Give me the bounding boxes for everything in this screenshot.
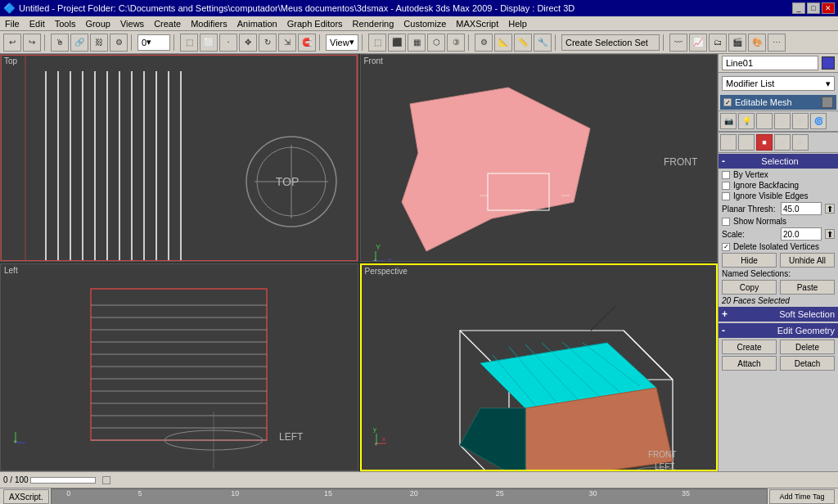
section-soft-selection[interactable]: + Soft Selection bbox=[719, 307, 838, 322]
tb-select-region[interactable]: ⬜ bbox=[200, 34, 218, 52]
tb-layers[interactable]: 🗂 bbox=[709, 34, 727, 52]
by-vertex-row: By Vertex bbox=[719, 169, 838, 180]
scale-input[interactable] bbox=[781, 227, 822, 241]
section-edit-geometry[interactable]: - Edit Geometry bbox=[719, 323, 838, 338]
rp-icon-sel5[interactable]: ⬟ bbox=[792, 134, 809, 151]
ignore-backfacing-checkbox[interactable] bbox=[722, 182, 730, 190]
show-normals-checkbox[interactable] bbox=[722, 218, 730, 226]
tb-render[interactable]: 🎬 bbox=[728, 34, 746, 52]
tb-lasso[interactable]: ⬝ bbox=[219, 34, 237, 52]
tb-icon3[interactable]: ▦ bbox=[408, 34, 426, 52]
title-text: Untitled - Project Folder: C:\Documents … bbox=[19, 3, 574, 13]
paste-button[interactable]: Paste bbox=[780, 280, 835, 295]
scale-spin[interactable]: ⬆ bbox=[825, 229, 835, 239]
detach-button[interactable]: Detach bbox=[780, 356, 835, 371]
menu-customize[interactable]: Customize bbox=[399, 16, 451, 30]
rp-icon-light[interactable]: 💡 bbox=[738, 113, 755, 129]
menu-animation[interactable]: Animation bbox=[232, 16, 282, 30]
tb-unlink[interactable]: ⛓ bbox=[90, 34, 108, 52]
menu-rendering[interactable]: Rendering bbox=[348, 16, 399, 30]
viewport-perspective[interactable]: Perspective bbox=[360, 263, 719, 471]
maximize-button[interactable]: □ bbox=[807, 2, 820, 14]
svg-text:FRONT: FRONT bbox=[664, 156, 698, 168]
tb-icon1[interactable]: ⬚ bbox=[368, 34, 386, 52]
object-color-box[interactable] bbox=[822, 56, 835, 70]
tb-snap[interactable]: 🧲 bbox=[298, 34, 316, 52]
modifier-color[interactable] bbox=[822, 97, 833, 108]
rp-icon-sel4[interactable]: ◈ bbox=[774, 134, 791, 151]
minimize-button[interactable]: _ bbox=[792, 2, 805, 14]
tb-graph[interactable]: 📈 bbox=[689, 34, 707, 52]
viewport-top[interactable]: Top bbox=[0, 54, 358, 262]
tb-icon2[interactable]: ⬛ bbox=[388, 34, 406, 52]
tb-select-obj[interactable]: ⬚ bbox=[180, 34, 198, 52]
tb-icon9[interactable]: 🔧 bbox=[534, 34, 552, 52]
tb-curve[interactable]: 〰 bbox=[669, 34, 687, 52]
menu-tools[interactable]: Tools bbox=[50, 16, 81, 30]
menu-views[interactable]: Views bbox=[115, 16, 149, 30]
rp-icon-sel1[interactable]: ▷ bbox=[720, 134, 737, 151]
create-selection-set[interactable]: Create Selection Set bbox=[561, 34, 660, 51]
menu-create[interactable]: Create bbox=[149, 16, 186, 30]
tb-undo[interactable]: ↩ bbox=[3, 34, 21, 52]
tb-more[interactable]: ⋯ bbox=[768, 34, 786, 52]
view-dropdown[interactable]: View▾ bbox=[326, 34, 358, 51]
create-button[interactable]: Create bbox=[722, 340, 777, 354]
rp-icon-sel2[interactable]: ⬡ bbox=[738, 134, 755, 151]
tb-icon7[interactable]: 📐 bbox=[494, 34, 512, 52]
menu-maxscript[interactable]: MAXScript bbox=[451, 16, 503, 30]
rp-icon-helper[interactable]: ✚ bbox=[792, 113, 809, 129]
tb-link[interactable]: 🔗 bbox=[70, 34, 88, 52]
tb-move[interactable]: ✥ bbox=[239, 34, 257, 52]
menu-modifiers[interactable]: Modifiers bbox=[186, 16, 232, 30]
viewport-left[interactable]: Left LEFT bbox=[0, 263, 358, 471]
rp-icon-camera[interactable]: 📷 bbox=[720, 113, 737, 129]
tb-select[interactable]: 🖱 bbox=[51, 34, 69, 52]
tb-material[interactable]: 🎨 bbox=[748, 34, 766, 52]
tb-redo[interactable]: ↪ bbox=[23, 34, 41, 52]
modifier-list-dropdown[interactable]: Modifier List ▾ bbox=[722, 76, 835, 91]
by-vertex-checkbox[interactable] bbox=[722, 171, 730, 179]
rp-icon-spacewarp[interactable]: 🌀 bbox=[810, 113, 827, 129]
tb-icon6[interactable]: ⚙ bbox=[475, 34, 493, 52]
modifier-checkbox[interactable]: ✓ bbox=[723, 98, 732, 106]
tb-icon5[interactable]: ③ bbox=[447, 34, 465, 52]
layer-dropdown[interactable]: 0▾ bbox=[137, 34, 170, 51]
section-selection[interactable]: - Selection bbox=[719, 154, 838, 169]
object-name-field[interactable]: Line01 bbox=[722, 56, 818, 70]
ignore-visible-checkbox[interactable] bbox=[722, 192, 730, 200]
menu-edit[interactable]: Edit bbox=[25, 16, 50, 30]
planar-thresh-spin[interactable]: ⬆ bbox=[825, 204, 835, 214]
hide-button[interactable]: Hide bbox=[722, 253, 777, 268]
axscript-button[interactable]: AXScript. bbox=[3, 489, 49, 504]
add-time-tag[interactable]: Add Time Tag bbox=[769, 489, 835, 504]
delete-isolated-checkbox[interactable] bbox=[722, 243, 730, 251]
delete-button[interactable]: Delete bbox=[780, 340, 835, 354]
menu-graph-editors[interactable]: Graph Editors bbox=[282, 16, 348, 30]
faces-selected-label: 20 Faces Selected bbox=[719, 295, 838, 306]
menu-group[interactable]: Group bbox=[80, 16, 115, 30]
svg-rect-0 bbox=[1, 55, 358, 261]
tb-bind[interactable]: ⚙ bbox=[110, 34, 128, 52]
rp-icon-shape[interactable]: ⊘ bbox=[774, 113, 791, 129]
tb-scale[interactable]: ⇲ bbox=[278, 34, 296, 52]
menu-file[interactable]: File bbox=[0, 16, 25, 30]
rp-icon-geo[interactable]: ⬡ bbox=[756, 113, 773, 129]
viewport-front[interactable]: Front FRONT + Z Y bbox=[360, 54, 719, 262]
modifier-editable-mesh[interactable]: ✓ Editable Mesh bbox=[720, 95, 836, 110]
rp-icon-sel3[interactable]: ■ bbox=[756, 134, 773, 151]
unhide-button[interactable]: Unhide All bbox=[780, 253, 835, 268]
timeline[interactable]: 0 5 10 15 20 25 30 35 bbox=[51, 488, 768, 504]
tb-rotate[interactable]: ↻ bbox=[259, 34, 277, 52]
copy-button[interactable]: Copy bbox=[722, 280, 777, 295]
planar-thresh-input[interactable] bbox=[781, 202, 822, 215]
svg-text:Z: Z bbox=[387, 257, 392, 261]
tb-sep7 bbox=[555, 34, 558, 51]
tb-sep8 bbox=[663, 34, 666, 51]
close-button[interactable]: ✕ bbox=[822, 2, 835, 14]
progress-scroll[interactable] bbox=[102, 476, 110, 484]
tb-icon8[interactable]: 📏 bbox=[514, 34, 532, 52]
menu-help[interactable]: Help bbox=[503, 16, 532, 30]
attach-button[interactable]: Attach bbox=[722, 356, 777, 371]
tb-icon4[interactable]: ⬡ bbox=[427, 34, 445, 52]
